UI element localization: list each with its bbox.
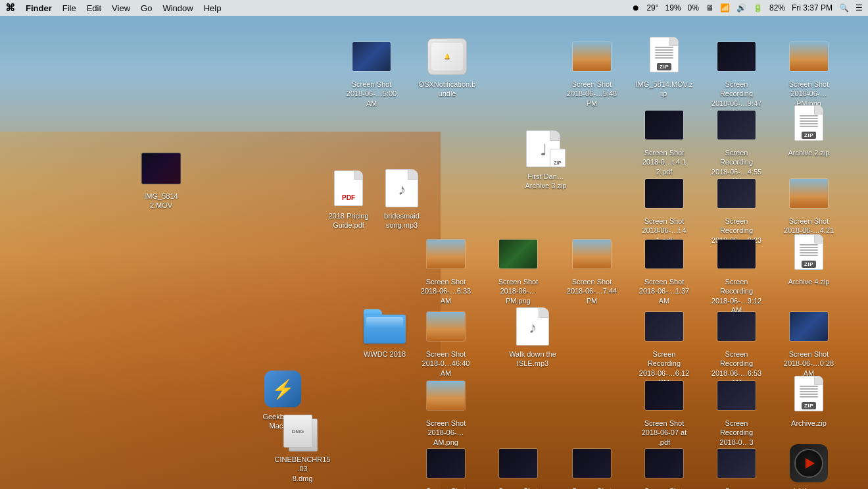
icon-image-archivezip: ZIP bbox=[788, 374, 830, 417]
desktop-icon-ss4[interactable]: Screen Shot 2018-0…t 4 1 2.pdf bbox=[635, 104, 694, 176]
icon-label-cinebench: CINEBENCHR15.03 8.dmg bbox=[274, 455, 331, 483]
desktop-icon-firstdance[interactable]: ♩ ZIP First Dan… Archive 3.zip bbox=[516, 128, 575, 191]
desktop-icon-ss17[interactable]: Screen Shot 2018-06-…5:27 PM bbox=[562, 442, 621, 489]
menubar-finder[interactable]: Finder bbox=[26, 3, 52, 13]
icon-label-ss15: Screen Shot 2018-06-…0:10 AM bbox=[417, 486, 475, 489]
apple-menu[interactable]: ⌘ bbox=[5, 2, 15, 14]
menubar-display-icon: 🖥 bbox=[706, 3, 713, 13]
icon-image-img5814mov bbox=[140, 147, 182, 190]
desktop-icon-bridesmaid[interactable]: ♪bridesmaid song.mp3 bbox=[372, 167, 431, 230]
icon-image-ss16 bbox=[497, 442, 539, 484]
icon-image-ss13 bbox=[425, 374, 467, 417]
menubar-window[interactable]: Window bbox=[162, 3, 193, 13]
menubar-go[interactable]: Go bbox=[141, 3, 152, 13]
icon-image-ss1 bbox=[350, 36, 393, 78]
menubar-help[interactable]: Help bbox=[204, 3, 222, 13]
desktop-icon-ss15[interactable]: Screen Shot 2018-06-…0:10 AM bbox=[416, 442, 475, 489]
menubar-time: Fri 3:37 PM bbox=[792, 3, 832, 13]
desktop-icon-archive2[interactable]: ZIP Archive 2.zip bbox=[779, 104, 838, 157]
icon-image-ss3 bbox=[788, 36, 830, 78]
desktop-icon-ss3[interactable]: Screen Shot 2018-06-…PM.png bbox=[779, 36, 838, 108]
desktop-icon-ss16[interactable]: Screen Shot 2018-06-…5:46 AM bbox=[489, 442, 548, 489]
desktop-icon-ss2[interactable]: Screen Shot 2018-06-…5:48 PM bbox=[562, 36, 621, 108]
icon-label-ss16: Screen Shot 2018-06-…5:46 AM bbox=[489, 486, 547, 489]
icon-image-wwdc bbox=[364, 305, 406, 347]
icon-label-firstdance: First Dan… Archive 3.zip bbox=[525, 172, 567, 191]
desktop-icon-ss18[interactable]: Screen Shot 2018-06-…5:12 PM bbox=[635, 442, 694, 489]
desktop-icon-ss7[interactable]: Screen Shot 2018-06-…6:33 AM bbox=[416, 233, 475, 305]
menubar-file[interactable]: File bbox=[62, 3, 76, 13]
icon-image-rec2 bbox=[715, 104, 758, 146]
menubar-list-icon[interactable]: ☰ bbox=[856, 3, 863, 13]
desktop-icon-ss1[interactable]: Screen Shot 2018-06-…5:00 AM bbox=[342, 36, 401, 108]
icon-label-ss12: Screen Shot 2018-06-…0:28 AM bbox=[780, 349, 838, 378]
icon-image-ss4 bbox=[643, 104, 685, 146]
desktop-icon-ss14[interactable]: Screen Shot 2018-06-07 at .pdf bbox=[635, 374, 694, 447]
desktop-icon-wwdc[interactable]: WWDC 2018 bbox=[355, 305, 414, 359]
desktop-icon-ss13[interactable]: Screen Shot 2018-06-…AM.png bbox=[416, 374, 475, 447]
desktop-icon-cinebench[interactable]: DMGCINEBENCHR15.03 8.dmg bbox=[273, 411, 332, 483]
icon-image-ss2 bbox=[571, 36, 613, 78]
icon-label-ss18: Screen Shot 2018-06-…5:12 PM bbox=[635, 486, 693, 489]
icon-label-ss7: Screen Shot 2018-06-…6:33 AM bbox=[417, 277, 475, 305]
icon-label-wwdc: WWDC 2018 bbox=[364, 349, 406, 359]
desktop-icon-osxnotif[interactable]: 🔔OSXNotification.b undle bbox=[418, 36, 477, 99]
desktop-icon-archivezip[interactable]: ZIP Archive.zip bbox=[779, 374, 838, 428]
icon-image-pricing: PDF bbox=[327, 167, 370, 209]
desktop-icon-ss11[interactable]: Screen Shot 2018-0…46:40 AM bbox=[416, 305, 475, 378]
icon-image-ss18 bbox=[643, 442, 685, 484]
icon-image-cinebench: DMG bbox=[281, 411, 324, 453]
icon-label-ss8: Screen Shot 2018-06-…PM.png bbox=[489, 277, 547, 305]
icon-image-archive4: ZIP bbox=[788, 233, 830, 275]
icon-image-bridesmaid: ♪ bbox=[381, 167, 423, 209]
icon-image-rec7 bbox=[715, 374, 758, 417]
icon-image-ss8 bbox=[497, 233, 539, 275]
icon-image-rec3 bbox=[715, 172, 758, 215]
menubar-search-icon[interactable]: 🔍 bbox=[839, 3, 849, 13]
icon-image-ss6 bbox=[788, 172, 830, 215]
icon-image-img5814zip: ZIP bbox=[643, 36, 685, 78]
icon-image-archive2: ZIP bbox=[788, 104, 830, 146]
desktop-icon-ss12[interactable]: Screen Shot 2018-06-…0:28 AM bbox=[779, 305, 838, 378]
desktop-icon-img5814mov[interactable]: IMG_5814 2.MOV bbox=[132, 147, 191, 211]
icon-label-osxnotif: OSXNotification.b undle bbox=[419, 80, 476, 99]
icon-label-ss11: Screen Shot 2018-0…46:40 AM bbox=[417, 349, 475, 378]
icon-label-ss10: Screen Shot 2018-06-…1:37 AM bbox=[635, 277, 693, 305]
desktop-icon-ss8[interactable]: Screen Shot 2018-06-…PM.png bbox=[489, 233, 548, 305]
icon-image-ss14 bbox=[643, 374, 685, 417]
icon-image-rec6 bbox=[715, 305, 758, 347]
menubar-power: 0% bbox=[688, 3, 699, 13]
icon-image-firstdance: ♩ ZIP bbox=[525, 128, 567, 170]
menubar-wifi-icon: 📶 bbox=[720, 3, 730, 13]
menubar: ⌘ Finder File Edit View Go Window Help ⏺… bbox=[0, 0, 868, 16]
desktop-icon-rec4[interactable]: Screen Recording 2018-06-…9:12 AM bbox=[707, 233, 766, 315]
icon-image-ss15 bbox=[425, 442, 467, 484]
icon-label-quicktime: quicktime.mov bbox=[786, 486, 832, 489]
menubar-left: ⌘ Finder File Edit View Go Window Help bbox=[5, 2, 632, 14]
icon-image-rec8 bbox=[715, 442, 758, 484]
icon-image-ss7 bbox=[425, 233, 467, 275]
desktop-icon-img5814zip[interactable]: ZIP IMG_5814.MOV.zip bbox=[635, 36, 694, 99]
icon-label-archive4: Archive 4.zip bbox=[788, 277, 830, 286]
icon-image-ss5 bbox=[643, 172, 685, 215]
icon-label-ss1: Screen Shot 2018-06-…5:00 AM bbox=[343, 80, 400, 108]
menubar-view[interactable]: View bbox=[112, 3, 130, 13]
desktop-icon-ss9[interactable]: Screen Shot 2018-06-…7:44 PM bbox=[562, 233, 621, 305]
icon-image-osxnotif: 🔔 bbox=[426, 36, 468, 78]
menubar-edit[interactable]: Edit bbox=[87, 3, 101, 13]
icon-label-archivezip: Archive.zip bbox=[791, 419, 827, 428]
icon-image-ss9 bbox=[571, 233, 613, 275]
desktop-icon-rec8[interactable]: Screen Recording 2018-06-…7:44 AM bbox=[707, 442, 766, 489]
icon-label-img5814zip: IMG_5814.MOV.zip bbox=[635, 80, 693, 99]
desktop-icon-quicktime[interactable]: quicktime.mov bbox=[779, 442, 838, 489]
icon-image-rec1 bbox=[715, 36, 758, 78]
desktop-icon-ss10[interactable]: Screen Shot 2018-06-…1:37 AM bbox=[635, 233, 694, 305]
icon-image-ss12 bbox=[788, 305, 830, 347]
desktop-icon-archive4[interactable]: ZIP Archive 4.zip bbox=[779, 233, 838, 286]
icon-image-geekbench: ⚡ bbox=[262, 368, 304, 410]
icon-label-ss17: Screen Shot 2018-06-…5:27 PM bbox=[563, 486, 621, 489]
icon-label-pricing: 2018 Pricing Guide.pdf bbox=[328, 211, 368, 230]
desktop-icon-walkdown[interactable]: ♪Walk down the ISLE.mp3 bbox=[503, 305, 562, 369]
icon-label-ss9: Screen Shot 2018-06-…7:44 PM bbox=[563, 277, 621, 305]
desktop-icon-pricing[interactable]: PDF2018 Pricing Guide.pdf bbox=[319, 167, 378, 230]
